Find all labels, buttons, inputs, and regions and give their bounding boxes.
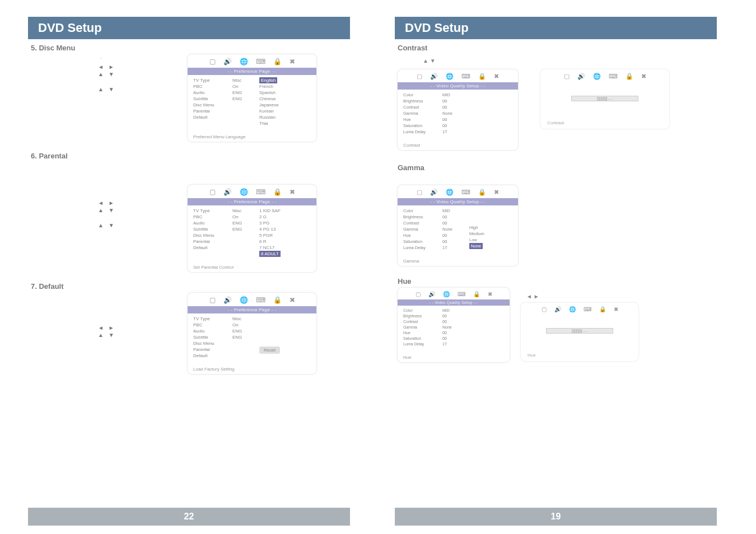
osd-item: Subtitle [193, 96, 228, 102]
slider-footer: Contrast [540, 118, 669, 127]
osd-value: 00 [442, 330, 465, 336]
tools-icon: ✖ [494, 189, 499, 196]
nav-arrows: ◄ ► ▲ ▼ [98, 324, 171, 339]
osd-item: Contrast [403, 220, 438, 226]
speaker-icon: 🔊 [577, 73, 585, 80]
osd-option[interactable]: Thai [259, 120, 301, 127]
osd-header: - - Preference Page - - [188, 306, 316, 313]
speaker-icon: 🔊 [223, 296, 232, 304]
osd-option[interactable]: Spanish [259, 90, 301, 96]
osd-option[interactable]: French [259, 83, 301, 90]
globe-icon: 🌐 [240, 296, 248, 304]
nav-arrows: ◄ ► ▲ ▼ [98, 63, 171, 78]
osd-item: PBC [193, 214, 228, 220]
osd-item: Default [193, 245, 228, 251]
osd-option[interactable]: Russian [259, 114, 301, 120]
osd-value: MID [442, 92, 465, 98]
arrow-ud-icon: ▲ ▼ [98, 222, 116, 229]
osd-footer: Set Parental Control [188, 261, 316, 272]
osd-option[interactable]: 2 G [259, 214, 301, 220]
heading-disc-menu: 5. Disc Menu [31, 44, 378, 52]
tools-icon: ✖ [614, 306, 618, 312]
slider-track[interactable]: ||||||||||||||....... [571, 96, 638, 101]
osd-option[interactable]: Chinese [259, 96, 301, 102]
arrow-ud-icon: ▲ ▼ [98, 331, 116, 339]
osd-value: Ntsc [232, 77, 255, 83]
osd-item: Saturation [403, 238, 438, 245]
osd-item: Gamma [403, 325, 438, 330]
tab-icon: ▢ [564, 73, 570, 80]
osd-value: None [442, 110, 465, 116]
osd-value: MID [442, 208, 465, 214]
osd-value: 00 [442, 123, 465, 129]
osd-option[interactable]: 4 PG 13 [259, 226, 301, 232]
heading-hue: Hue [398, 277, 756, 285]
osd-item: Luma Delay [403, 245, 438, 251]
tools-icon: ✖ [488, 291, 492, 297]
osd-option[interactable]: Japanese [259, 102, 301, 108]
speaker-icon: 🔊 [430, 189, 438, 196]
slider-track[interactable]: ||||||||||||||....... [546, 328, 613, 334]
osd-item: Default [193, 114, 228, 120]
osd-header: - - Video Quality Setup - - [398, 82, 518, 90]
osd-item: Parental [193, 238, 228, 245]
reset-button[interactable]: Reset [259, 346, 280, 354]
osd-option[interactable]: Korean [259, 108, 301, 114]
osd-value: 00 [442, 319, 465, 325]
globe-icon: 🌐 [569, 306, 576, 312]
globe-icon: 🌐 [240, 58, 248, 65]
lock-icon: 🔒 [599, 306, 606, 312]
lock-icon: 🔒 [473, 291, 480, 297]
osd-parental: ▢ 🔊 🌐 ⌨ 🔒 ✖ - - Preference Page - - TV T… [188, 185, 316, 272]
osd-item: Luma Delay [403, 129, 438, 135]
osd-item: Subtitle [193, 334, 228, 340]
tools-icon: ✖ [290, 188, 295, 196]
osd-item: Audio [193, 220, 228, 226]
osd-value: 00 [442, 116, 465, 123]
osd-option-selected[interactable]: 8 ADULT [259, 251, 281, 257]
osd-disc-menu: ▢ 🔊 🌐 ⌨ 🔒 ✖ - - Preference Page - - TV T… [188, 54, 316, 142]
tab-icon: ▢ [542, 306, 547, 312]
keyboard-icon: ⌨ [458, 291, 465, 297]
osd-item: Color [403, 92, 438, 98]
osd-option[interactable]: 3 PG [259, 220, 301, 226]
osd-value: 00 [442, 220, 465, 226]
osd-default: ▢ 🔊 🌐 ⌨ 🔒 ✖ - - Preference Page - - TV T… [188, 293, 316, 374]
osd-value: None [442, 226, 465, 232]
tab-icon: ▢ [209, 296, 216, 304]
osd-item: Gamma [403, 226, 438, 232]
page-title-right: DVD Setup [395, 17, 717, 39]
osd-item: Brightness [403, 313, 438, 319]
osd-option[interactable]: 5 PGR [259, 232, 301, 238]
globe-icon: 🌐 [443, 291, 450, 297]
osd-value: ENG [232, 334, 255, 340]
osd-header: - - Preference Page - - [188, 198, 316, 205]
osd-option[interactable]: 7 NC17 [259, 245, 301, 251]
osd-item: Audio [193, 90, 228, 96]
arrow-lr-icon: ◄ ► [98, 324, 116, 331]
keyboard-icon: ⌨ [461, 73, 470, 80]
osd-option[interactable]: Medium [469, 231, 511, 237]
osd-item: Subtitle [193, 226, 228, 232]
nav-arrows: ▲ ▼ [98, 86, 171, 93]
page-left: DVD Setup 5. Disc Menu , ◄ ► ▲ ▼ ▲ ▼ [0, 0, 378, 534]
lock-icon: 🔒 [273, 188, 282, 196]
osd-option[interactable]: 6 R [259, 238, 301, 245]
tools-icon: ✖ [641, 73, 646, 80]
tab-icon: ▢ [209, 188, 216, 196]
osd-option[interactable]: High [469, 224, 511, 231]
lock-icon: 🔒 [478, 73, 486, 80]
osd-value: ENG [232, 90, 255, 96]
keyboard-icon: ⌨ [584, 306, 591, 312]
osd-item: Hue [403, 116, 438, 123]
heading-contrast: Contrast [398, 44, 756, 52]
osd-option-selected[interactable]: English [259, 77, 277, 83]
osd-header: - - Preference Page - - [188, 68, 316, 75]
arrow-ud-icon: ▲ ▼ [98, 86, 116, 93]
heading-default: 7. Default [31, 282, 378, 291]
osd-value: MID [442, 308, 465, 313]
osd-option[interactable]: Low [469, 237, 511, 243]
osd-option-selected[interactable]: None [469, 243, 483, 249]
arrow-lr-icon: ◄ ► [526, 293, 539, 299]
osd-option[interactable]: 1 KID SAF [259, 208, 301, 214]
